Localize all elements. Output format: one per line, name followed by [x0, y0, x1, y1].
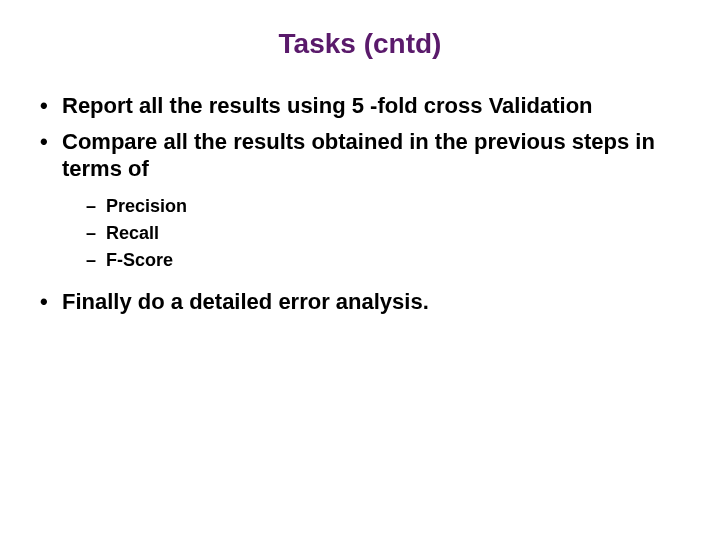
sub-bullet-item: F-Score [86, 247, 690, 274]
bullet-text: Finally do a detailed error analysis. [62, 289, 429, 314]
sub-bullet-text: F-Score [106, 250, 173, 270]
bullet-item: Compare all the results obtained in the … [40, 128, 690, 274]
sub-bullet-text: Recall [106, 223, 159, 243]
bullet-list: Report all the results using 5 -fold cro… [40, 92, 690, 315]
sub-bullet-item: Recall [86, 220, 690, 247]
sub-bullet-item: Precision [86, 193, 690, 220]
bullet-item: Finally do a detailed error analysis. [40, 288, 690, 316]
sub-bullet-list: Precision Recall F-Score [86, 193, 690, 274]
bullet-text: Compare all the results obtained in the … [62, 129, 655, 182]
slide: Tasks (cntd) Report all the results usin… [0, 0, 720, 540]
bullet-text: Report all the results using 5 -fold cro… [62, 93, 593, 118]
sub-bullet-text: Precision [106, 196, 187, 216]
bullet-item: Report all the results using 5 -fold cro… [40, 92, 690, 120]
slide-title: Tasks (cntd) [30, 28, 690, 60]
